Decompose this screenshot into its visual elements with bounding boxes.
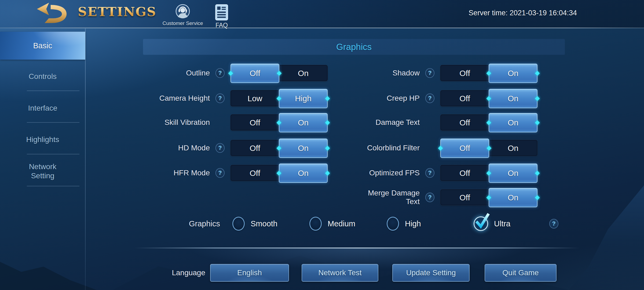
setting-row-colorblind-filter: Colorblind Filter ? Off On bbox=[298, 138, 538, 158]
skill-vibration-toggle[interactable]: Off On bbox=[230, 114, 328, 131]
toggle-option-on[interactable]: On bbox=[279, 113, 328, 132]
back-arrow-icon bbox=[32, 2, 74, 26]
setting-row-skill-vibration: Skill Vibration ? Off On bbox=[89, 113, 328, 132]
toggle-option-on[interactable]: On bbox=[279, 139, 328, 158]
radio-smooth[interactable]: Smooth bbox=[232, 215, 277, 233]
help-icon[interactable]: ? bbox=[549, 219, 558, 229]
setting-row-damage-text: Damage Text ? Off On bbox=[298, 113, 538, 132]
toggle-option-off[interactable]: Off bbox=[440, 65, 489, 82]
help-icon[interactable]: ? bbox=[215, 168, 225, 178]
shadow-toggle[interactable]: Off On bbox=[440, 65, 538, 81]
graphics-quality-row: Graphics Smooth Medium High bbox=[0, 215, 644, 233]
setting-row-shadow: Shadow ? Off On bbox=[298, 63, 538, 83]
toggle-option-on[interactable]: On bbox=[489, 188, 537, 207]
toggle-option-off[interactable]: Off bbox=[440, 189, 489, 206]
setting-row-camera-height: Camera Height ? Low High bbox=[89, 89, 328, 108]
toggle-option-off[interactable]: Off bbox=[230, 165, 279, 182]
setting-row-merge-damage-text: Merge Damage Text ? Off On bbox=[298, 188, 538, 207]
setting-label: HFR Mode bbox=[89, 169, 210, 177]
faq-button[interactable]: FAQ bbox=[211, 4, 232, 29]
setting-row-hfr-mode: HFR Mode ? Off On bbox=[89, 163, 328, 183]
toggle-option-off[interactable]: Off bbox=[440, 139, 489, 158]
toggle-option-off[interactable]: Off bbox=[230, 140, 279, 157]
toggle-option-on[interactable]: On bbox=[489, 164, 537, 183]
faq-label: FAQ bbox=[211, 22, 232, 29]
help-icon[interactable]: ? bbox=[215, 93, 225, 103]
sidebar-item-network-setting[interactable]: Network Setting bbox=[0, 158, 85, 184]
hfr-mode-toggle[interactable]: Off On bbox=[230, 165, 328, 181]
sidebar-item-interface[interactable]: Interface bbox=[0, 100, 85, 116]
toggle-option-off[interactable]: Off bbox=[440, 90, 489, 107]
section-header-graphics: Graphics bbox=[143, 39, 565, 55]
customer-service-label: Customer Service bbox=[160, 20, 206, 26]
update-setting-button[interactable]: Update Setting bbox=[392, 264, 470, 282]
setting-row-outline: Outline ? Off On bbox=[89, 63, 328, 83]
help-icon[interactable]: ? bbox=[425, 193, 434, 202]
help-icon[interactable]: ? bbox=[425, 93, 434, 103]
setting-row-hd-mode: HD Mode ? Off On bbox=[89, 138, 328, 158]
setting-label: HD Mode bbox=[89, 144, 210, 152]
setting-label: Camera Height bbox=[89, 94, 210, 103]
language-english-button[interactable]: English bbox=[210, 264, 289, 282]
radio-circle[interactable] bbox=[387, 217, 399, 231]
help-icon[interactable]: ? bbox=[215, 68, 225, 78]
radio-medium[interactable]: Medium bbox=[309, 215, 355, 233]
radio-ultra[interactable]: Ultra bbox=[474, 215, 510, 233]
sidebar-item-highlights[interactable]: Highlights bbox=[0, 132, 85, 148]
toggle-option-off[interactable]: Off bbox=[230, 114, 279, 131]
toggle-option-off[interactable]: Off bbox=[440, 165, 489, 182]
settings-screen: SETTINGS Customer Service FAQ Server tim… bbox=[0, 0, 644, 290]
sidebar-divider bbox=[27, 154, 79, 154]
faq-icon bbox=[215, 4, 228, 20]
toggle-option-on[interactable]: On bbox=[489, 113, 537, 132]
merge-damage-text-toggle[interactable]: Off On bbox=[440, 189, 538, 206]
hd-mode-toggle[interactable]: Off On bbox=[230, 140, 328, 156]
help-icon[interactable]: ? bbox=[425, 168, 434, 178]
customer-service-icon bbox=[174, 3, 191, 20]
check-icon bbox=[474, 213, 491, 230]
page-title: SETTINGS bbox=[78, 4, 156, 19]
graphics-quality-label: Graphics bbox=[97, 215, 220, 233]
customer-service-button[interactable]: Customer Service bbox=[160, 3, 206, 26]
toggle-option-on[interactable]: On bbox=[489, 89, 537, 108]
radio-circle-checked[interactable] bbox=[474, 216, 488, 231]
help-icon[interactable]: ? bbox=[215, 143, 225, 153]
radio-circle[interactable] bbox=[232, 217, 245, 231]
section-title: Graphics bbox=[336, 42, 372, 52]
mountain-silhouette-right bbox=[569, 185, 644, 290]
back-button[interactable] bbox=[32, 2, 74, 26]
toggle-option-on[interactable]: On bbox=[489, 64, 537, 83]
optimized-fps-toggle[interactable]: Off On bbox=[440, 165, 538, 181]
setting-row-creep-hp: Creep HP ? Off On bbox=[298, 89, 538, 108]
sidebar-divider bbox=[27, 90, 79, 91]
setting-label: Skill Vibration bbox=[89, 118, 210, 127]
setting-label: Merge Damage Text bbox=[355, 189, 420, 206]
language-label: Language bbox=[107, 264, 205, 282]
toggle-option-on[interactable]: On bbox=[489, 140, 537, 157]
colorblind-filter-toggle[interactable]: Off On bbox=[440, 140, 538, 156]
toggle-option-low[interactable]: Low bbox=[230, 90, 279, 107]
toggle-option-off[interactable]: Off bbox=[440, 114, 489, 131]
server-time: Server time: 2021-03-19 16:04:34 bbox=[469, 9, 577, 17]
section-divider-line bbox=[134, 248, 580, 248]
mountain-silhouette-left bbox=[0, 250, 97, 290]
radio-circle[interactable] bbox=[309, 217, 322, 231]
help-icon[interactable]: ? bbox=[425, 68, 434, 78]
setting-label: Outline bbox=[89, 69, 210, 77]
damage-text-toggle[interactable]: Off On bbox=[440, 114, 538, 131]
quit-game-button[interactable]: Quit Game bbox=[485, 264, 557, 282]
sidebar-item-controls[interactable]: Controls bbox=[0, 68, 85, 85]
setting-label: Shadow bbox=[298, 69, 420, 77]
header-separator-line bbox=[0, 28, 644, 28]
network-test-button[interactable]: Network Test bbox=[302, 264, 378, 282]
sidebar-divider bbox=[27, 122, 79, 123]
radio-high[interactable]: High bbox=[387, 215, 421, 233]
sidebar-item-basic[interactable]: Basic bbox=[0, 32, 85, 60]
toggle-option-on[interactable]: On bbox=[279, 164, 328, 183]
camera-height-toggle[interactable]: Low High bbox=[230, 90, 328, 107]
creep-hp-toggle[interactable]: Off On bbox=[440, 90, 538, 107]
toggle-option-off[interactable]: Off bbox=[230, 64, 279, 83]
setting-row-optimized-fps: Optimized FPS ? Off On bbox=[298, 163, 538, 183]
sidebar-divider bbox=[27, 186, 79, 186]
toggle-option-high[interactable]: High bbox=[279, 89, 328, 108]
